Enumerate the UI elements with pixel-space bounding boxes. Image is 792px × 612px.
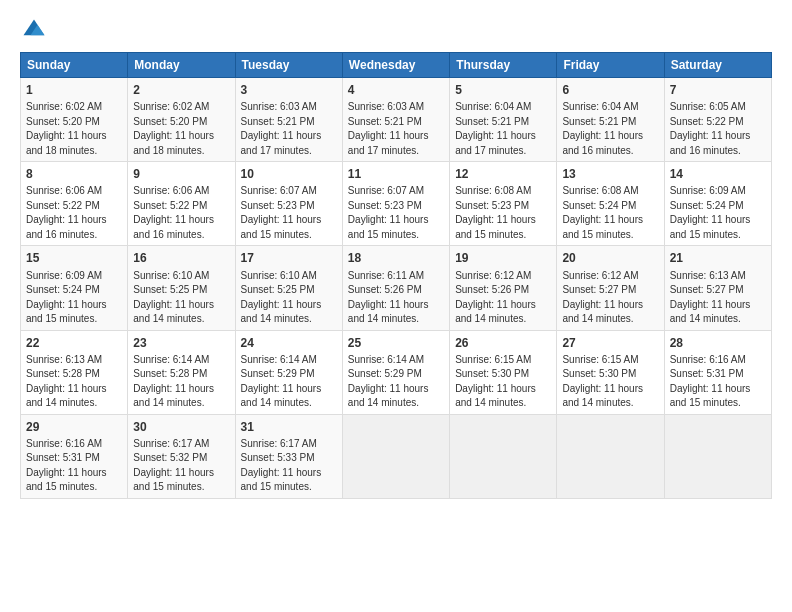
calendar-day-cell: [342, 414, 449, 498]
day-info: Sunrise: 6:08 AMSunset: 5:24 PMDaylight:…: [562, 185, 643, 240]
day-info: Sunrise: 6:15 AMSunset: 5:30 PMDaylight:…: [455, 354, 536, 409]
day-info: Sunrise: 6:10 AMSunset: 5:25 PMDaylight:…: [241, 270, 322, 325]
day-info: Sunrise: 6:11 AMSunset: 5:26 PMDaylight:…: [348, 270, 429, 325]
calendar-week-row: 29Sunrise: 6:16 AMSunset: 5:31 PMDayligh…: [21, 414, 772, 498]
calendar-day-header: Tuesday: [235, 53, 342, 78]
calendar-day-cell: 17Sunrise: 6:10 AMSunset: 5:25 PMDayligh…: [235, 246, 342, 330]
day-info: Sunrise: 6:03 AMSunset: 5:21 PMDaylight:…: [241, 101, 322, 156]
day-number: 27: [562, 335, 658, 351]
day-number: 12: [455, 166, 551, 182]
calendar-day-cell: 19Sunrise: 6:12 AMSunset: 5:26 PMDayligh…: [450, 246, 557, 330]
calendar-week-row: 8Sunrise: 6:06 AMSunset: 5:22 PMDaylight…: [21, 162, 772, 246]
day-info: Sunrise: 6:06 AMSunset: 5:22 PMDaylight:…: [26, 185, 107, 240]
calendar-day-cell: 26Sunrise: 6:15 AMSunset: 5:30 PMDayligh…: [450, 330, 557, 414]
day-number: 26: [455, 335, 551, 351]
calendar-header-row: SundayMondayTuesdayWednesdayThursdayFrid…: [21, 53, 772, 78]
day-number: 8: [26, 166, 122, 182]
day-info: Sunrise: 6:10 AMSunset: 5:25 PMDaylight:…: [133, 270, 214, 325]
calendar-day-cell: 3Sunrise: 6:03 AMSunset: 5:21 PMDaylight…: [235, 78, 342, 162]
day-number: 13: [562, 166, 658, 182]
day-number: 21: [670, 250, 766, 266]
day-info: Sunrise: 6:13 AMSunset: 5:27 PMDaylight:…: [670, 270, 751, 325]
day-number: 17: [241, 250, 337, 266]
calendar-day-header: Wednesday: [342, 53, 449, 78]
calendar-week-row: 15Sunrise: 6:09 AMSunset: 5:24 PMDayligh…: [21, 246, 772, 330]
day-info: Sunrise: 6:04 AMSunset: 5:21 PMDaylight:…: [562, 101, 643, 156]
day-number: 4: [348, 82, 444, 98]
calendar-table: SundayMondayTuesdayWednesdayThursdayFrid…: [20, 52, 772, 499]
calendar-day-cell: 8Sunrise: 6:06 AMSunset: 5:22 PMDaylight…: [21, 162, 128, 246]
day-number: 25: [348, 335, 444, 351]
day-number: 30: [133, 419, 229, 435]
day-info: Sunrise: 6:12 AMSunset: 5:27 PMDaylight:…: [562, 270, 643, 325]
calendar-day-cell: 16Sunrise: 6:10 AMSunset: 5:25 PMDayligh…: [128, 246, 235, 330]
day-info: Sunrise: 6:06 AMSunset: 5:22 PMDaylight:…: [133, 185, 214, 240]
day-info: Sunrise: 6:16 AMSunset: 5:31 PMDaylight:…: [670, 354, 751, 409]
calendar-day-header: Thursday: [450, 53, 557, 78]
day-info: Sunrise: 6:12 AMSunset: 5:26 PMDaylight:…: [455, 270, 536, 325]
day-info: Sunrise: 6:07 AMSunset: 5:23 PMDaylight:…: [241, 185, 322, 240]
day-number: 20: [562, 250, 658, 266]
calendar-day-cell: 4Sunrise: 6:03 AMSunset: 5:21 PMDaylight…: [342, 78, 449, 162]
calendar-day-cell: 15Sunrise: 6:09 AMSunset: 5:24 PMDayligh…: [21, 246, 128, 330]
calendar-day-header: Saturday: [664, 53, 771, 78]
day-info: Sunrise: 6:14 AMSunset: 5:29 PMDaylight:…: [348, 354, 429, 409]
day-info: Sunrise: 6:17 AMSunset: 5:33 PMDaylight:…: [241, 438, 322, 493]
day-number: 23: [133, 335, 229, 351]
calendar-day-cell: 11Sunrise: 6:07 AMSunset: 5:23 PMDayligh…: [342, 162, 449, 246]
day-number: 9: [133, 166, 229, 182]
calendar-day-cell: 24Sunrise: 6:14 AMSunset: 5:29 PMDayligh…: [235, 330, 342, 414]
day-info: Sunrise: 6:08 AMSunset: 5:23 PMDaylight:…: [455, 185, 536, 240]
day-info: Sunrise: 6:04 AMSunset: 5:21 PMDaylight:…: [455, 101, 536, 156]
calendar-day-cell: 10Sunrise: 6:07 AMSunset: 5:23 PMDayligh…: [235, 162, 342, 246]
day-number: 1: [26, 82, 122, 98]
calendar-day-cell: 23Sunrise: 6:14 AMSunset: 5:28 PMDayligh…: [128, 330, 235, 414]
calendar-day-cell: 31Sunrise: 6:17 AMSunset: 5:33 PMDayligh…: [235, 414, 342, 498]
day-number: 2: [133, 82, 229, 98]
calendar-day-header: Monday: [128, 53, 235, 78]
day-info: Sunrise: 6:05 AMSunset: 5:22 PMDaylight:…: [670, 101, 751, 156]
calendar-day-cell: 2Sunrise: 6:02 AMSunset: 5:20 PMDaylight…: [128, 78, 235, 162]
day-number: 19: [455, 250, 551, 266]
calendar-day-cell: [450, 414, 557, 498]
logo-icon: [20, 16, 48, 44]
day-info: Sunrise: 6:02 AMSunset: 5:20 PMDaylight:…: [26, 101, 107, 156]
calendar-day-cell: 22Sunrise: 6:13 AMSunset: 5:28 PMDayligh…: [21, 330, 128, 414]
calendar-week-row: 22Sunrise: 6:13 AMSunset: 5:28 PMDayligh…: [21, 330, 772, 414]
calendar-week-row: 1Sunrise: 6:02 AMSunset: 5:20 PMDaylight…: [21, 78, 772, 162]
calendar-day-cell: [664, 414, 771, 498]
calendar-day-cell: 29Sunrise: 6:16 AMSunset: 5:31 PMDayligh…: [21, 414, 128, 498]
calendar-day-cell: 14Sunrise: 6:09 AMSunset: 5:24 PMDayligh…: [664, 162, 771, 246]
calendar-day-cell: 30Sunrise: 6:17 AMSunset: 5:32 PMDayligh…: [128, 414, 235, 498]
day-number: 10: [241, 166, 337, 182]
day-number: 14: [670, 166, 766, 182]
day-number: 3: [241, 82, 337, 98]
calendar-day-cell: 25Sunrise: 6:14 AMSunset: 5:29 PMDayligh…: [342, 330, 449, 414]
calendar-day-cell: 9Sunrise: 6:06 AMSunset: 5:22 PMDaylight…: [128, 162, 235, 246]
calendar-day-cell: 20Sunrise: 6:12 AMSunset: 5:27 PMDayligh…: [557, 246, 664, 330]
day-number: 22: [26, 335, 122, 351]
day-info: Sunrise: 6:02 AMSunset: 5:20 PMDaylight:…: [133, 101, 214, 156]
day-info: Sunrise: 6:16 AMSunset: 5:31 PMDaylight:…: [26, 438, 107, 493]
day-number: 24: [241, 335, 337, 351]
calendar-day-cell: 12Sunrise: 6:08 AMSunset: 5:23 PMDayligh…: [450, 162, 557, 246]
day-info: Sunrise: 6:03 AMSunset: 5:21 PMDaylight:…: [348, 101, 429, 156]
day-number: 5: [455, 82, 551, 98]
day-number: 31: [241, 419, 337, 435]
day-info: Sunrise: 6:09 AMSunset: 5:24 PMDaylight:…: [26, 270, 107, 325]
day-info: Sunrise: 6:15 AMSunset: 5:30 PMDaylight:…: [562, 354, 643, 409]
day-number: 6: [562, 82, 658, 98]
calendar-day-cell: 21Sunrise: 6:13 AMSunset: 5:27 PMDayligh…: [664, 246, 771, 330]
calendar-day-cell: 7Sunrise: 6:05 AMSunset: 5:22 PMDaylight…: [664, 78, 771, 162]
calendar-day-cell: 13Sunrise: 6:08 AMSunset: 5:24 PMDayligh…: [557, 162, 664, 246]
calendar-day-cell: 27Sunrise: 6:15 AMSunset: 5:30 PMDayligh…: [557, 330, 664, 414]
day-number: 11: [348, 166, 444, 182]
day-info: Sunrise: 6:07 AMSunset: 5:23 PMDaylight:…: [348, 185, 429, 240]
calendar-day-header: Friday: [557, 53, 664, 78]
day-number: 15: [26, 250, 122, 266]
day-info: Sunrise: 6:13 AMSunset: 5:28 PMDaylight:…: [26, 354, 107, 409]
day-number: 7: [670, 82, 766, 98]
calendar-day-cell: 28Sunrise: 6:16 AMSunset: 5:31 PMDayligh…: [664, 330, 771, 414]
header: [20, 16, 772, 44]
day-number: 18: [348, 250, 444, 266]
